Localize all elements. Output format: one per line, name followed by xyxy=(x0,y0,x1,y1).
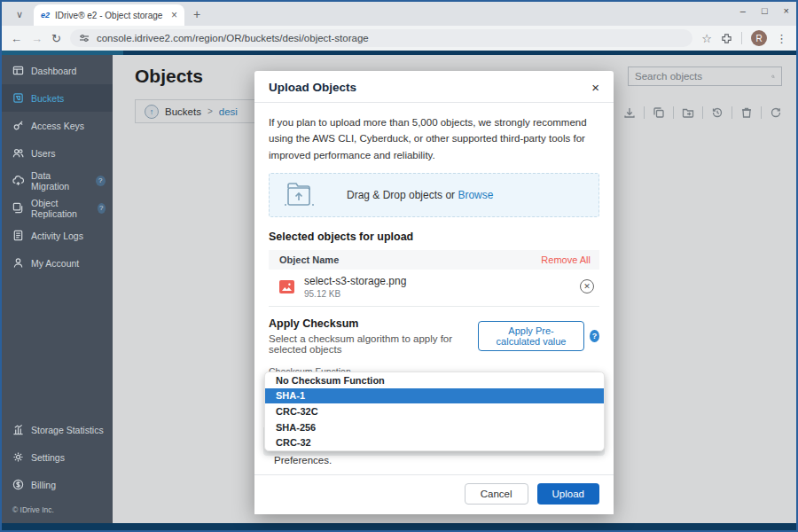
sidebar-spacer xyxy=(2,277,113,416)
new-tab-button[interactable]: + xyxy=(193,7,200,21)
users-icon xyxy=(12,147,24,159)
checksum-subtitle: Select a checksum algorithm to apply for… xyxy=(269,333,478,355)
activity-logs-icon xyxy=(12,230,24,241)
sidebar-item-label: Users xyxy=(31,148,55,159)
sidebar-item-data-migration[interactable]: Data Migration ? xyxy=(2,167,113,194)
extensions-icon[interactable] xyxy=(721,33,732,44)
sidebar-item-storage-statistics[interactable]: Storage Statistics xyxy=(2,416,113,443)
sidebar-item-my-account[interactable]: My Account xyxy=(2,249,113,277)
checksum-help-icon[interactable]: ? xyxy=(590,330,599,342)
settings-gear-icon xyxy=(12,451,24,463)
remove-file-icon[interactable]: ✕ xyxy=(580,279,594,293)
cancel-button[interactable]: Cancel xyxy=(465,483,528,505)
sidebar-item-label: Object Replication xyxy=(31,198,90,219)
file-size: 95.12 KB xyxy=(304,289,406,299)
sidebar-nav: Dashboard Buckets Access Keys Users Data… xyxy=(2,55,113,523)
bookmark-star-icon[interactable]: ☆ xyxy=(701,32,712,45)
sidebar-item-billing[interactable]: Billing xyxy=(2,471,113,498)
app-footer-bar xyxy=(2,523,796,530)
site-info-icon[interactable] xyxy=(79,33,90,43)
tab-search-icon[interactable]: ∨ xyxy=(9,5,30,23)
file-row: select-s3-storage.png 95.12 KB ✕ xyxy=(269,270,599,303)
object-replication-icon xyxy=(12,202,24,214)
file-list-header: Object Name Remove All xyxy=(269,250,599,270)
sidebar-item-label: Billing xyxy=(31,480,56,490)
url-field[interactable]: console.idrivee2.com/region/OR/buckets/d… xyxy=(70,29,692,47)
image-file-icon xyxy=(279,280,294,293)
sidebar-item-object-replication[interactable]: Object Replication ? xyxy=(2,194,113,222)
storage-statistics-icon xyxy=(12,424,24,435)
upload-objects-modal: Upload Objects × If you plan to upload m… xyxy=(254,71,614,514)
option-crc-32c[interactable]: CRC-32C xyxy=(265,403,604,419)
browser-tab[interactable]: e2 IDrive® e2 - Object storage × xyxy=(34,4,184,26)
sidebar-item-buckets[interactable]: Buckets xyxy=(2,84,113,112)
forward-icon[interactable]: → xyxy=(31,32,43,45)
selected-objects-heading: Selected objects for upload xyxy=(269,231,599,243)
browse-link[interactable]: Browse xyxy=(458,189,493,201)
sidebar-item-label: Activity Logs xyxy=(31,231,83,241)
sidebar-item-label: Storage Statistics xyxy=(31,425,104,435)
tab-title: IDrive® e2 - Object storage xyxy=(55,11,166,20)
modal-header: Upload Objects × xyxy=(254,71,614,103)
url-text[interactable]: console.idrivee2.com/region/OR/buckets/d… xyxy=(97,33,369,43)
data-migration-icon xyxy=(12,175,24,186)
browser-profile-avatar[interactable]: R xyxy=(751,30,767,46)
sidebar-item-label: Data Migration xyxy=(31,170,89,192)
file-name: select-s3-storage.png xyxy=(304,275,406,287)
window-close-button[interactable]: × xyxy=(784,5,789,16)
sidebar-item-label: Dashboard xyxy=(31,66,76,76)
upload-info-text: If you plan to upload more than 5,000 ob… xyxy=(269,114,599,163)
sidebar-item-settings[interactable]: Settings xyxy=(2,443,113,471)
object-name-column-header: Object Name xyxy=(279,254,339,265)
sidebar-item-label: Buckets xyxy=(31,93,64,104)
modal-footer: Cancel Upload xyxy=(254,474,614,514)
dashboard-icon xyxy=(12,65,24,76)
buckets-icon xyxy=(12,92,24,104)
browser-menu-icon[interactable]: ⋮ xyxy=(776,32,787,45)
reload-icon[interactable]: ↻ xyxy=(51,32,61,45)
dropzone-text: Drag & Drop objects or Browse xyxy=(347,189,493,201)
option-sha-1[interactable]: SHA-1 xyxy=(265,388,604,404)
help-badge[interactable]: ? xyxy=(96,176,106,186)
help-badge[interactable]: ? xyxy=(98,203,106,214)
sidebar-item-access-keys[interactable]: Access Keys xyxy=(2,112,113,139)
apply-precalculated-value-button[interactable]: Apply Pre-calculated value xyxy=(478,321,584,351)
drag-drop-zone[interactable]: Drag & Drop objects or Browse xyxy=(269,173,599,217)
sidebar-item-dashboard[interactable]: Dashboard xyxy=(2,57,113,84)
remove-all-link[interactable]: Remove All xyxy=(541,254,591,265)
tab-close-icon[interactable]: × xyxy=(171,9,177,21)
option-no-checksum-function[interactable]: No Checksum Function xyxy=(265,372,604,388)
sidebar-item-label: Access Keys xyxy=(31,121,84,131)
screenshot-root: ∨ e2 IDrive® e2 - Object storage × + – □… xyxy=(0,0,798,532)
checksum-options-dropdown: No Checksum Function SHA-1 CRC-32C SHA-2… xyxy=(264,372,605,451)
window-minimize-button[interactable]: – xyxy=(740,5,746,16)
sidebar-item-users[interactable]: Users xyxy=(2,139,113,167)
back-icon[interactable]: ← xyxy=(11,32,22,45)
modal-body: If you plan to upload more than 5,000 ob… xyxy=(254,103,614,403)
divider xyxy=(741,32,742,44)
sidebar-item-activity-logs[interactable]: Activity Logs xyxy=(2,222,113,249)
upload-button[interactable]: Upload xyxy=(537,483,599,505)
copyright-label: © IDrive Inc. xyxy=(2,498,113,523)
my-account-icon xyxy=(12,257,24,269)
browser-tab-strip: ∨ e2 IDrive® e2 - Object storage × + – □… xyxy=(2,2,796,26)
option-crc-32[interactable]: CRC-32 xyxy=(265,434,604,450)
modal-title: Upload Objects xyxy=(269,81,356,94)
billing-icon xyxy=(12,479,24,490)
apply-checksum-heading: Apply Checksum xyxy=(269,317,478,330)
apply-checksum-section: Apply Checksum Select a checksum algorit… xyxy=(269,317,599,355)
access-keys-icon xyxy=(12,120,24,131)
window-maximize-button[interactable]: □ xyxy=(762,5,768,16)
close-icon[interactable]: × xyxy=(591,81,599,94)
tab-favicon: e2 xyxy=(41,11,50,20)
browser-url-bar: ← → ↻ console.idrivee2.com/region/OR/buc… xyxy=(2,26,796,51)
option-sha-256[interactable]: SHA-256 xyxy=(265,419,604,435)
sidebar-item-label: My Account xyxy=(31,258,79,269)
sidebar-item-label: Settings xyxy=(31,452,65,463)
upload-folder-icon xyxy=(283,181,318,209)
divider xyxy=(269,306,599,307)
